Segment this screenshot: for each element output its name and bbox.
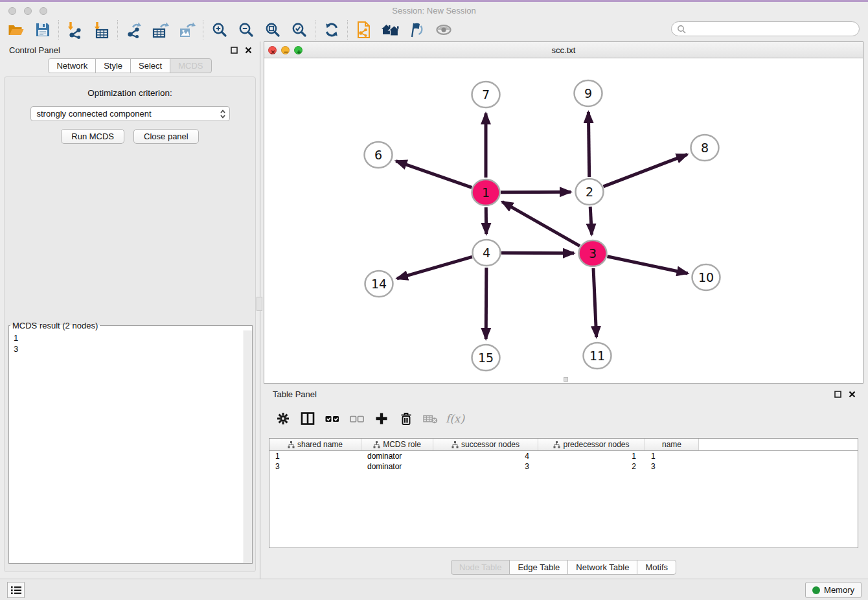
flag-icon[interactable] [404, 19, 430, 41]
float-table-panel-icon[interactable] [832, 389, 843, 399]
show-columns-icon[interactable] [299, 410, 315, 427]
function-builder-icon: f(x) [447, 410, 463, 427]
search-box[interactable] [671, 21, 860, 36]
list-icon [10, 585, 22, 595]
tab-select[interactable]: Select [130, 58, 170, 73]
column-header-shared-name[interactable]: shared name [269, 439, 361, 450]
column-header-predecessor-nodes[interactable]: predecessor nodes [538, 439, 645, 450]
eye-icon[interactable] [430, 19, 457, 41]
graph-edge-2-3[interactable] [590, 207, 591, 235]
houses-icon[interactable] [377, 19, 404, 41]
memory-label: Memory [824, 585, 854, 595]
tab-edge-table[interactable]: Edge Table [509, 560, 568, 575]
graph-node-label-14: 14 [371, 277, 387, 291]
network-file-icon[interactable] [350, 19, 377, 41]
control-panel-title: Control Panel [9, 45, 60, 55]
column-header-name[interactable]: name [645, 439, 699, 450]
search-icon [677, 25, 686, 34]
mcds-result-item: 1 [14, 332, 244, 343]
open-folder-icon[interactable] [3, 19, 29, 41]
import-network-icon[interactable] [62, 19, 88, 41]
tab-style[interactable]: Style [95, 58, 131, 73]
network-window-titlebar[interactable]: scc.txt [264, 42, 863, 58]
close-panel-button[interactable]: Close panel [133, 129, 199, 144]
window-title: Session: New Session [0, 6, 868, 16]
search-input[interactable] [686, 25, 859, 34]
select-all-icon[interactable] [324, 410, 340, 427]
result-scrollbar[interactable] [244, 330, 252, 563]
deselect-all-icon[interactable] [348, 410, 365, 427]
graph-node-label-10: 10 [698, 270, 714, 284]
graph-edge-4-14[interactable] [397, 257, 472, 279]
dropdown-value: strongly connected component [37, 109, 152, 119]
cell-mcds-role[interactable]: dominator [361, 462, 433, 471]
graph-edge-3-1[interactable] [502, 202, 580, 246]
memory-button[interactable]: Memory [805, 582, 862, 598]
table-body: 1dominator4113dominator323 [269, 451, 858, 472]
table-row[interactable]: 1dominator411 [269, 451, 858, 461]
table-row[interactable]: 3dominator323 [269, 461, 858, 472]
tab-network-table[interactable]: Network Table [567, 560, 637, 575]
chevron-updown-icon [220, 109, 226, 121]
tab-network[interactable]: Network [48, 58, 96, 73]
column-header-successor-nodes[interactable]: successor nodes [433, 439, 538, 450]
export-image-icon[interactable] [174, 19, 200, 41]
toolbar-separator [203, 20, 203, 40]
table-header-row: shared nameMCDS rolesuccessor nodesprede… [269, 439, 858, 451]
toolbar-separator [347, 20, 348, 40]
column-label: MCDS role [383, 440, 421, 449]
graph[interactable]: 7968124314101511 [264, 58, 863, 383]
tab-motifs[interactable]: Motifs [637, 560, 676, 575]
zoom-out-icon[interactable] [233, 19, 259, 41]
zoom-selected-icon[interactable] [286, 19, 312, 41]
graph-node-label-15: 15 [478, 351, 494, 365]
graph-edge-1-6[interactable] [396, 161, 472, 188]
cell-shared-name[interactable]: 1 [269, 452, 361, 461]
shared-column-icon [553, 441, 560, 448]
cell-predecessor-nodes[interactable]: 1 [538, 452, 645, 461]
add-icon[interactable] [373, 410, 389, 427]
export-network-icon[interactable] [120, 19, 147, 41]
close-panel-icon[interactable] [243, 45, 253, 55]
graph-edge-2-8[interactable] [603, 154, 687, 186]
graph-edge-4-15[interactable] [486, 268, 486, 339]
zoom-in-icon[interactable] [206, 19, 233, 41]
view-resize-handle[interactable] [564, 377, 568, 382]
splitter-handle[interactable] [257, 297, 262, 311]
run-mcds-button[interactable]: Run MCDS [61, 129, 124, 144]
graph-node-label-9: 9 [584, 86, 592, 100]
graph-edge-3-11[interactable] [593, 268, 597, 337]
graph-edge-4-3[interactable] [501, 253, 574, 253]
float-panel-icon[interactable] [229, 45, 239, 55]
graph-node-label-11: 11 [589, 349, 605, 363]
tab-node-table[interactable]: Node Table [451, 560, 510, 575]
optimization-criterion-select[interactable]: strongly connected component [30, 106, 230, 121]
graph-edge-2-9[interactable] [588, 112, 589, 177]
export-table-icon[interactable] [147, 19, 174, 41]
cell-shared-name[interactable]: 3 [269, 462, 361, 471]
import-table-icon[interactable] [88, 19, 115, 41]
delete-trash-icon[interactable] [398, 410, 414, 427]
zoom-fit-icon[interactable] [259, 19, 286, 41]
control-panel: Control Panel NetworkStyleSelectMCDS Opt… [0, 41, 260, 579]
refresh-icon[interactable] [318, 19, 345, 41]
cell-successor-nodes[interactable]: 4 [433, 452, 538, 461]
graph-node-label-6: 6 [374, 148, 382, 162]
table-tabs: Node TableEdge TableNetwork TableMotifs [264, 560, 863, 575]
cell-name[interactable]: 3 [645, 462, 699, 471]
cell-successor-nodes[interactable]: 3 [433, 462, 538, 471]
graph-edge-1-2[interactable] [501, 192, 571, 192]
graph-edge-3-10[interactable] [608, 257, 688, 273]
tab-mcds[interactable]: MCDS [170, 58, 211, 73]
mcds-result-list[interactable]: 13 [9, 330, 244, 563]
save-icon[interactable] [29, 19, 56, 41]
cell-name[interactable]: 1 [645, 452, 699, 461]
network-canvas[interactable]: 7968124314101511 [264, 58, 863, 383]
column-settings-gear-icon[interactable] [275, 410, 291, 427]
cell-predecessor-nodes[interactable]: 2 [538, 462, 645, 471]
cell-mcds-role[interactable]: dominator [361, 452, 433, 461]
close-table-panel-icon[interactable] [847, 389, 857, 399]
task-history-button[interactable] [7, 582, 25, 598]
toolbar-separator [315, 20, 315, 40]
column-header-mcds-role[interactable]: MCDS role [361, 439, 433, 450]
